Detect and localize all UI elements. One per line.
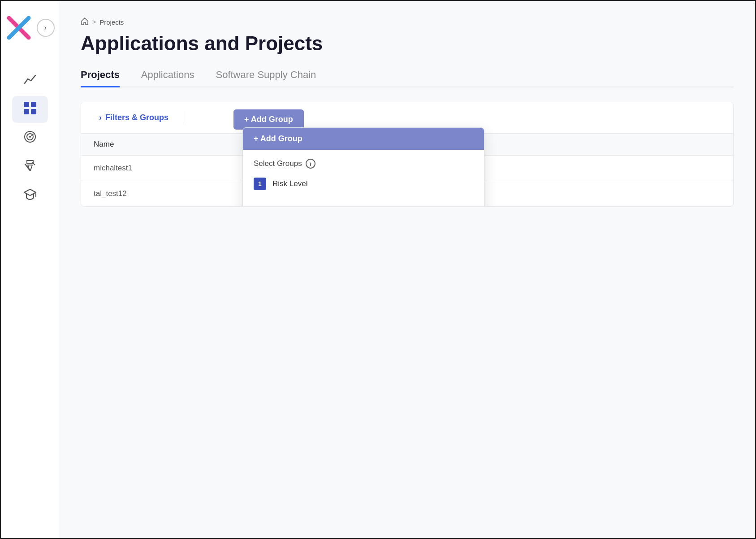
risk-badge: 1 [254,178,266,190]
breadcrumb-separator: > [92,18,96,26]
sidebar-item-integrations[interactable] [12,153,48,180]
tab-supply-chain[interactable]: Software Supply Chain [216,69,316,87]
select-groups-text: Select Groups [254,159,302,168]
radar-icon [23,130,37,147]
tab-projects[interactable]: Projects [81,69,120,87]
app-layout: › [1,1,755,538]
risk-level-row[interactable]: 1 Risk Level [254,178,473,190]
dropdown-header: + Add Group [243,128,484,150]
app-logo [5,14,32,41]
svg-rect-4 [24,109,29,114]
sidebar-item-chart[interactable] [12,67,48,94]
learn-icon [23,187,37,204]
filters-wrapper: › Filters & Groups + Add Group + Add Gro… [81,102,733,134]
sidebar: › [1,1,59,538]
filters-button-label: Filters & Groups [105,113,168,122]
row-name: tal_test12 [94,189,127,198]
logo-area: › [1,10,59,46]
risk-level-text: Risk Level [272,179,307,188]
divider [183,111,183,125]
add-group-dropdown: + Add Group Select Groups i 1 Risk Level [242,127,484,207]
content-area: › Filters & Groups + Add Group + Add Gro… [81,102,734,207]
dropdown-header-label: + Add Group [254,134,302,143]
integrations-icon [23,159,37,175]
add-group-button[interactable]: + Add Group [233,109,304,130]
main-inner: > Projects Applications and Projects Pro… [59,1,755,538]
tab-applications[interactable]: Applications [141,69,194,87]
row-name: michaltest1 [94,164,132,173]
breadcrumb: > Projects [81,17,734,27]
chevron-right-icon: › [99,113,102,122]
svg-rect-5 [31,109,36,114]
page-title: Applications and Projects [81,32,734,55]
chart-icon [23,73,37,89]
sidebar-navigation [1,67,59,209]
add-group-button-label: + Add Group [244,115,293,124]
home-icon [81,17,89,27]
sidebar-item-learn[interactable] [12,182,48,209]
dashboard-icon [23,101,37,118]
tabs-bar: Projects Applications Software Supply Ch… [81,69,734,87]
sidebar-item-radar[interactable] [12,125,48,152]
breadcrumb-current: Projects [99,18,124,26]
svg-rect-3 [31,102,36,107]
main-content: > Projects Applications and Projects Pro… [59,1,755,538]
info-icon: i [306,159,315,169]
select-groups-label: Select Groups i [254,159,473,169]
nav-toggle-button[interactable]: › [37,19,55,37]
svg-rect-2 [24,102,29,107]
filters-groups-button[interactable]: › Filters & Groups [92,109,176,126]
sidebar-item-dashboard[interactable] [12,96,48,123]
dropdown-body: Select Groups i 1 Risk Level [243,150,484,207]
